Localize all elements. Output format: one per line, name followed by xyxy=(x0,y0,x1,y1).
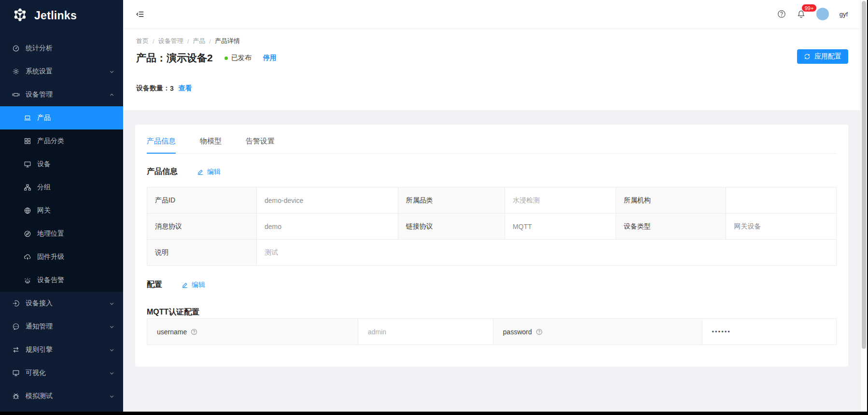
sidebar-item-group[interactable]: 分组 xyxy=(0,176,123,199)
username-label[interactable]: gyf xyxy=(840,11,848,18)
help-icon[interactable] xyxy=(777,10,786,18)
link-protocol-label: 链接协议 xyxy=(398,214,504,240)
sidebar-item-label: 地理位置 xyxy=(37,229,114,238)
breadcrumb-home[interactable]: 首页 xyxy=(136,37,149,45)
edit-pencil-icon xyxy=(182,282,188,288)
sidebar-item-geo-location[interactable]: 地理位置 xyxy=(0,222,123,245)
notification-count-badge: 99+ xyxy=(801,4,817,12)
swap-arrows-icon xyxy=(12,346,20,354)
link-protocol-value: MQTT xyxy=(505,214,616,240)
topbar: 99+ gyf xyxy=(123,0,868,28)
sidebar-item-label: 分组 xyxy=(37,183,114,192)
disable-link[interactable]: 停用 xyxy=(263,54,277,62)
table-row: 产品ID demo-device 所属品类 水浸检测 所属机构 xyxy=(147,187,837,214)
sync-icon xyxy=(804,53,811,60)
sidebar-item-product[interactable]: 产品 xyxy=(0,106,123,129)
message-protocol-label: 消息协议 xyxy=(147,214,257,240)
apply-config-button[interactable]: 应用配置 xyxy=(797,49,848,64)
vertical-scrollbar[interactable] xyxy=(860,0,867,412)
cluster-icon xyxy=(23,184,31,192)
window-frame-bottom xyxy=(0,412,868,415)
edit-config-link[interactable]: 编辑 xyxy=(182,281,205,289)
tab-product-info[interactable]: 产品信息 xyxy=(147,137,176,154)
globe-icon xyxy=(23,207,31,215)
device-count-value: 3 xyxy=(170,85,174,92)
tab-alarm-settings[interactable]: 告警设置 xyxy=(246,137,275,153)
username-help-icon[interactable] xyxy=(191,329,197,335)
sidebar-item-product-category[interactable]: 产品分类 xyxy=(0,129,123,153)
sidebar-item-device-management[interactable]: 设备管理 xyxy=(0,83,123,106)
category-label: 所属品类 xyxy=(398,187,504,214)
view-devices-link[interactable]: 查看 xyxy=(179,84,192,93)
table-row: 消息协议 demo 链接协议 MQTT 设备类型 网关设备 xyxy=(147,214,837,240)
product-info-title: 产品信息 xyxy=(147,167,178,177)
scrollbar-thumb[interactable] xyxy=(862,1,866,349)
notification-bell-icon[interactable]: 99+ xyxy=(797,10,806,19)
apply-config-label: 应用配置 xyxy=(814,52,841,61)
bug-icon xyxy=(12,392,20,401)
sidebar-item-simulation-test[interactable]: 模拟测试 xyxy=(0,385,123,408)
sidebar-item-visualization[interactable]: 可视化 xyxy=(0,361,123,385)
password-value: •••••• xyxy=(702,319,837,345)
breadcrumb-product[interactable]: 产品 xyxy=(193,37,205,45)
mqtt-auth-config-table: username admin password •••••• xyxy=(147,318,837,345)
sidebar-item-label: 设备告警 xyxy=(37,276,114,285)
sidebar-item-rule-engine[interactable]: 规则引擎 xyxy=(0,338,123,361)
chevron-down-icon xyxy=(109,347,114,353)
sidebar-item-label: 模拟测试 xyxy=(26,392,109,401)
table-row: username admin password •••••• xyxy=(147,319,837,345)
sidebar-item-gateway[interactable]: 网关 xyxy=(0,199,123,222)
sidebar-item-label: 系统设置 xyxy=(26,67,109,76)
tabs: 产品信息 物模型 告警设置 xyxy=(147,125,837,154)
sidebar-item-label: 可视化 xyxy=(26,369,109,377)
device-count-label: 设备数量： xyxy=(136,84,170,93)
edit-pencil-icon xyxy=(197,169,204,175)
product-info-section-header: 产品信息 编辑 xyxy=(147,167,837,177)
password-label: password xyxy=(503,328,532,336)
monitor-icon xyxy=(23,160,31,169)
sidebar-item-system-settings[interactable]: 系统设置 xyxy=(0,60,123,83)
password-help-icon[interactable] xyxy=(536,329,543,335)
product-detail-card: 产品信息 物模型 告警设置 产品信息 编辑 产品ID demo-device 所… xyxy=(135,125,848,367)
chevron-up-icon xyxy=(109,92,114,98)
username-label: username xyxy=(157,328,187,336)
sidebar: Jetlinks 统计分析 系统设置 设备管理 xyxy=(0,0,123,415)
menu-fold-icon[interactable] xyxy=(136,10,145,19)
sidebar-item-notification-management[interactable]: 通知管理 xyxy=(0,315,123,338)
appstore-icon xyxy=(23,137,31,145)
sidebar-item-device-alarm[interactable]: 设备告警 xyxy=(0,269,123,292)
chevron-down-icon xyxy=(109,394,114,399)
sidebar-item-label: 统计分析 xyxy=(26,44,114,53)
logo[interactable]: Jetlinks xyxy=(0,0,123,25)
mqtt-auth-config-title: MQTT认证配置 xyxy=(147,307,837,317)
edit-label: 编辑 xyxy=(207,168,221,176)
breadcrumb-separator: / xyxy=(187,38,189,45)
sidebar-item-firmware-upgrade[interactable]: 固件升级 xyxy=(0,245,123,269)
device-type-value: 网关设备 xyxy=(726,214,837,240)
table-row: 说明 测试 xyxy=(147,240,837,266)
sidebar-item-label: 通知管理 xyxy=(26,322,109,331)
topbar-right-cluster: 99+ gyf xyxy=(777,8,854,20)
jetlinks-cube-logo-icon xyxy=(11,7,28,24)
category-value: 水浸检测 xyxy=(505,187,616,214)
tab-thing-model[interactable]: 物模型 xyxy=(200,137,222,153)
sidebar-item-label: 设备 xyxy=(37,160,114,169)
config-section-header: 配置 编辑 xyxy=(147,280,837,290)
sidebar-item-device[interactable]: 设备 xyxy=(0,153,123,176)
chevron-down-icon xyxy=(109,371,114,376)
sidebar-item-statistics[interactable]: 统计分析 xyxy=(0,37,123,60)
breadcrumb: 首页 / 设备管理 / 产品 / 产品详情 xyxy=(136,37,856,45)
edit-product-info-link[interactable]: 编辑 xyxy=(197,168,221,176)
sidebar-item-label: 固件升级 xyxy=(37,253,114,261)
title-row: 产品：演示设备2 已发布 停用 xyxy=(136,51,856,65)
description-label: 说明 xyxy=(147,240,257,266)
description-value: 测试 xyxy=(257,240,837,266)
breadcrumb-device-management[interactable]: 设备管理 xyxy=(158,37,183,45)
sidebar-item-label: 产品分类 xyxy=(37,137,114,145)
breadcrumb-product-detail: 产品详情 xyxy=(215,37,240,45)
avatar[interactable] xyxy=(816,8,829,20)
sidebar-item-label: 网关 xyxy=(37,206,114,215)
device-management-submenu: 产品 产品分类 设备 分组 xyxy=(0,106,123,292)
sidebar-item-device-access[interactable]: 设备接入 xyxy=(0,292,123,315)
product-info-table: 产品ID demo-device 所属品类 水浸检测 所属机构 消息协议 dem… xyxy=(147,187,837,266)
